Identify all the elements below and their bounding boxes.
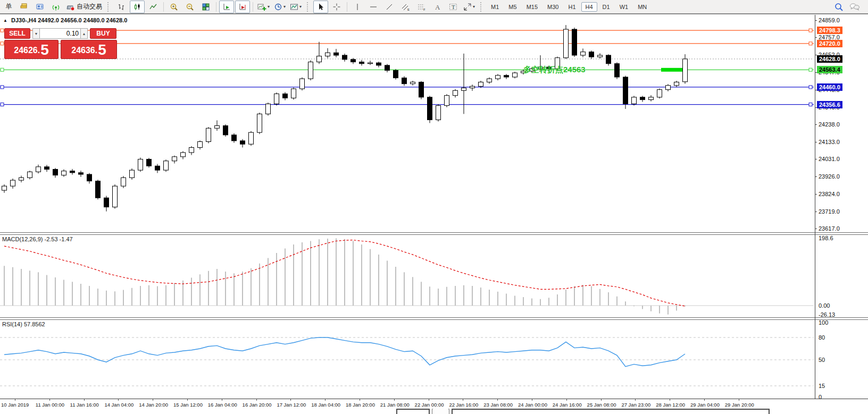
chat-button[interactable] [847,1,862,13]
timeframe-m30[interactable]: M30 [543,2,563,12]
time-tick-mark [118,399,119,401]
cursor-button[interactable] [313,1,328,13]
community-button[interactable] [32,1,47,13]
chevron-down-icon: ▾ [473,4,475,9]
time-axis-label: 14 Jan 20:00 [139,402,168,408]
time-axis-label: 22 Jan 16:00 [449,402,478,408]
timeframe-w1[interactable]: W1 [615,2,633,12]
buy-price-big-digit: 5 [98,43,106,57]
price-tick-mark [815,229,817,229]
timeframe-m1[interactable]: M1 [487,2,503,12]
time-tick-mark [49,399,50,401]
tile-windows-button[interactable] [198,1,213,13]
rsi-splitter[interactable] [0,317,868,320]
fibonacci-button[interactable]: F [414,1,429,13]
rsi-panel-svg[interactable] [0,320,815,398]
chevron-down-icon: ▾ [299,4,302,9]
time-tick-mark [256,399,257,401]
time-tick-mark [463,399,463,401]
time-tick-mark [222,399,222,401]
line-chart-button[interactable] [146,1,161,13]
rsi-axis-label: 50 [819,357,825,363]
new-order-button[interactable]: 单 [1,1,15,13]
sell-button[interactable]: SELL [4,28,30,39]
buy-button[interactable]: BUY [90,28,116,39]
time-axis-label: 18 Jan 20:00 [346,402,375,408]
search-button[interactable] [831,1,846,13]
time-axis-label: 10 Jan 2019 [1,402,29,408]
level-price-label: 24563.4 [817,66,842,73]
volume-input[interactable] [40,28,80,39]
community-icon [36,3,44,11]
signals-icon [52,3,60,11]
macd-splitter[interactable] [0,232,868,235]
bottom-tab[interactable] [396,409,430,414]
price-tick-mark [815,20,817,21]
horizontal-line-button[interactable] [366,1,381,13]
bottom-tab-active[interactable] [432,408,449,414]
time-axis[interactable]: 10 Jan 201911 Jan 00:0011 Jan 16:0014 Ja… [0,399,868,409]
sell-price[interactable]: 24626. 5 [4,40,59,59]
buy-price[interactable]: 24636. 5 [61,40,117,59]
volume-up-button[interactable]: ▲ [80,28,88,39]
timeframe-m15[interactable]: M15 [522,2,542,12]
arrows-icon [463,3,472,11]
price-tick-label: 23926.0 [819,173,840,180]
algo-trading-label: 自动交易 [77,2,102,11]
line-chart-icon [149,3,157,11]
chart-shift-button[interactable] [235,1,250,13]
trendline-button[interactable] [382,1,397,13]
level-price-label: 24720.0 [817,40,842,47]
auto-scroll-button[interactable] [219,1,234,13]
timeframe-mn[interactable]: MN [633,2,651,12]
time-tick-mark [670,399,670,401]
svg-text:F: F [423,8,425,11]
text-button[interactable]: A [430,1,445,13]
new-chart-button[interactable]: ▾ [256,1,271,13]
text-label-button[interactable]: T [446,1,461,13]
bars-chart-button[interactable] [114,1,129,13]
price-axis[interactable]: 24859.024757.024652.024547.024445.024340… [815,15,868,399]
price-tick-label: 23824.0 [819,191,840,197]
market-icon [20,3,28,11]
market-button[interactable] [16,1,31,13]
time-tick-mark [601,399,602,401]
vertical-line-button[interactable] [350,1,365,13]
volume-down-button[interactable]: ▼ [32,28,40,39]
equidistant-channel-button[interactable]: E [398,1,413,13]
bars-chart-icon [117,3,126,11]
toolbar-separator [253,2,253,12]
sell-price-big-digit: 5 [40,43,49,57]
templates-button[interactable]: ▾ [288,1,303,13]
periods-button[interactable]: ▾ [272,1,287,13]
timeframe-d1[interactable]: D1 [598,2,614,12]
macd-panel-svg[interactable] [0,235,815,317]
time-axis-label: 16 Jan 20:00 [243,402,272,408]
time-tick-mark [704,399,705,401]
main-chart-svg[interactable]: 多空转折点24563 [0,15,815,232]
zoom-out-button[interactable] [182,1,197,13]
bottom-tab[interactable] [452,409,770,414]
chart-title-ohlc: 24492.0 24656.0 24480.0 24628.0 [38,17,127,23]
timeframe-h4[interactable]: H4 [581,2,597,12]
rsi-axis-label: 100 [819,319,828,326]
zoom-in-button[interactable] [166,1,181,13]
vertical-line-icon [353,3,362,11]
arrows-button[interactable]: ▾ [462,1,477,13]
sell-price-main: 24626. [14,44,40,57]
candlestick-chart-button[interactable] [130,1,145,13]
collapse-icon[interactable]: ▲ [3,18,7,23]
toolbar-separator [347,2,347,12]
signals-button[interactable] [48,1,63,13]
macd-axis-label: 198.6 [819,235,833,241]
timeframe-h1[interactable]: H1 [564,2,580,12]
chevron-down-icon: ▾ [283,4,286,9]
mt-terminal: 单 自动交易 [0,0,868,414]
algo-trading-icon [66,3,75,11]
macd-axis-label: -26.13 [819,311,835,318]
chevron-down-icon: ▾ [268,4,270,9]
tile-windows-icon [202,3,210,11]
crosshair-button[interactable] [329,1,344,13]
timeframe-m5[interactable]: M5 [504,2,521,12]
algo-trading-button[interactable]: 自动交易 [64,1,104,13]
